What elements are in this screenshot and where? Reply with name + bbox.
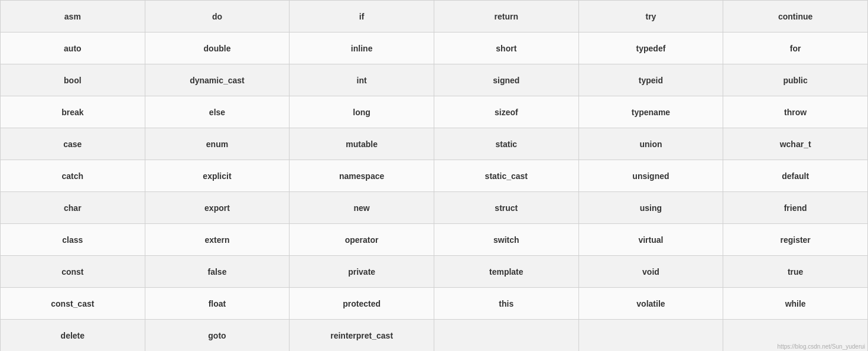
table-cell: auto: [1, 32, 145, 64]
table-cell: long: [290, 96, 434, 128]
table-cell: export: [145, 192, 290, 224]
table-cell: void: [578, 256, 723, 288]
table-cell: namespace: [290, 160, 434, 192]
table-cell: throw: [723, 96, 868, 128]
table-cell: volatile: [578, 288, 723, 320]
table-cell: sizeof: [434, 96, 578, 128]
table-cell: inline: [290, 32, 434, 64]
table-cell: const_cast: [1, 288, 145, 320]
table-cell: do: [145, 1, 290, 32]
table-cell: default: [723, 160, 868, 192]
table-cell: using: [578, 192, 723, 224]
table-cell: wchar_t: [723, 128, 868, 160]
table-cell: delete: [1, 320, 145, 352]
table-cell: typename: [578, 96, 723, 128]
table-cell: union: [578, 128, 723, 160]
table-cell: class: [1, 224, 145, 256]
table-cell: private: [290, 256, 434, 288]
table-cell: continue: [723, 1, 868, 32]
table-cell: static: [434, 128, 578, 160]
table-cell: template: [434, 256, 578, 288]
table-row: breakelselongsizeoftypenamethrow: [1, 96, 868, 128]
table-row: asmdoifreturntrycontinue: [1, 1, 868, 32]
table-cell: mutable: [290, 128, 434, 160]
table-cell: this: [434, 288, 578, 320]
table-row: classexternoperatorswitchvirtualregister: [1, 224, 868, 256]
table-cell: char: [1, 192, 145, 224]
table-cell: try: [578, 1, 723, 32]
table-cell: const: [1, 256, 145, 288]
table-cell: register: [723, 224, 868, 256]
table-cell: for: [723, 32, 868, 64]
table-cell: dynamic_cast: [145, 64, 290, 96]
table-cell: true: [723, 256, 868, 288]
table-cell: typeid: [578, 64, 723, 96]
table-cell: int: [290, 64, 434, 96]
table-cell: signed: [434, 64, 578, 96]
table-row: caseenummutablestaticunionwchar_t: [1, 128, 868, 160]
keywords-table-wrapper: asmdoifreturntrycontinueautodoubleinline…: [0, 0, 868, 351]
table-row: charexportnewstructusingfriend: [1, 192, 868, 224]
table-cell: [434, 320, 578, 352]
table-row: booldynamic_castintsignedtypeidpublic: [1, 64, 868, 96]
table-cell: break: [1, 96, 145, 128]
table-cell: friend: [723, 192, 868, 224]
table-cell: else: [145, 96, 290, 128]
table-cell: protected: [290, 288, 434, 320]
table-cell: operator: [290, 224, 434, 256]
table-cell: bool: [1, 64, 145, 96]
table-cell: false: [145, 256, 290, 288]
table-cell: https://blog.csdn.net/Sun_yuderui: [723, 320, 868, 352]
table-cell: if: [290, 1, 434, 32]
table-cell: catch: [1, 160, 145, 192]
table-row: autodoubleinlineshorttypedeffor: [1, 32, 868, 64]
table-cell: typedef: [578, 32, 723, 64]
table-cell: virtual: [578, 224, 723, 256]
table-cell: explicit: [145, 160, 290, 192]
table-cell: case: [1, 128, 145, 160]
table-cell: float: [145, 288, 290, 320]
table-cell: struct: [434, 192, 578, 224]
watermark-text: https://blog.csdn.net/Sun_yuderui: [778, 343, 865, 350]
table-cell: switch: [434, 224, 578, 256]
table-cell: extern: [145, 224, 290, 256]
table-row: constfalseprivatetemplatevoidtrue: [1, 256, 868, 288]
table-cell: new: [290, 192, 434, 224]
table-row: catchexplicitnamespacestatic_castunsigne…: [1, 160, 868, 192]
table-cell: goto: [145, 320, 290, 352]
table-cell: return: [434, 1, 578, 32]
table-cell: unsigned: [578, 160, 723, 192]
table-cell: reinterpret_cast: [290, 320, 434, 352]
table-row: deletegotoreinterpret_casthttps://blog.c…: [1, 320, 868, 352]
table-cell: public: [723, 64, 868, 96]
table-cell: enum: [145, 128, 290, 160]
table-cell: double: [145, 32, 290, 64]
cpp-keywords-table: asmdoifreturntrycontinueautodoubleinline…: [0, 0, 868, 351]
table-cell: [578, 320, 723, 352]
table-cell: asm: [1, 1, 145, 32]
table-cell: while: [723, 288, 868, 320]
table-row: const_castfloatprotectedthisvolatilewhil…: [1, 288, 868, 320]
table-cell: short: [434, 32, 578, 64]
table-cell: static_cast: [434, 160, 578, 192]
